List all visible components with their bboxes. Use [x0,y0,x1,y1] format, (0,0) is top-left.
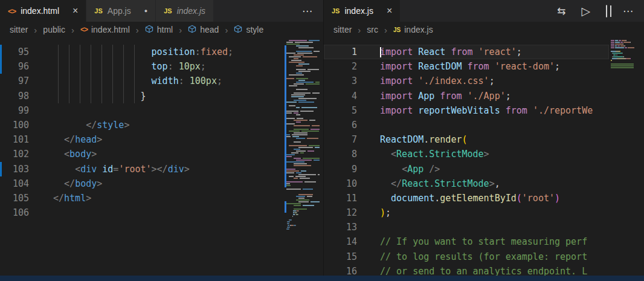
tab-index.html[interactable]: <>index.html× [0,0,86,22]
line-number: 97 [0,74,29,88]
code-token [473,47,478,57]
minimap-line [286,136,291,137]
minimap-line [286,102,297,103]
code-token: from [451,47,472,57]
breadcrumb-item-index.html[interactable]: <>index.html [80,25,130,34]
breadcrumb-item-src[interactable]: src [367,25,378,34]
minimap-line [289,56,301,57]
code-line[interactable]: 15// to log results (for example: report [324,250,609,264]
minimap-line [626,40,626,41]
code-line[interactable]: 106 [0,205,285,220]
code-line[interactable]: 6 [324,118,609,132]
code-line[interactable]: 99 [0,103,285,118]
code-line[interactable]: 3import './index.css'; [324,74,609,88]
code-line[interactable]: 105</html> [0,191,285,205]
breadcrumb-item-sitter[interactable]: sitter [333,25,352,34]
code-line[interactable]: 4import App from './App'; [324,89,609,103]
code-line[interactable]: 12); [324,205,609,220]
code-token: from [468,61,489,72]
code-token: import [380,105,413,116]
breadcrumb-item-style[interactable]: style [234,25,263,35]
code-area-left[interactable]: 95 position:fixed;96 top: 10px;97 width:… [0,45,285,220]
line-number: 10 [324,176,357,191]
code-line[interactable]: 102 <body> [0,147,285,161]
minimap-line [307,196,313,197]
tab-App.js[interactable]: JSApp.js● [86,0,156,22]
code-line[interactable]: 104 </body> [0,176,285,191]
code-line[interactable]: 97 width: 100px; [0,74,285,88]
minimap-line [298,71,311,72]
code-token: </ [86,120,97,131]
run-code-icon[interactable]: ▷ [581,5,590,17]
minimap-line [289,131,300,132]
editor-right[interactable]: 1import React from 'react';2import React… [324,37,644,281]
code-token [53,164,75,175]
minimap-line [300,152,304,153]
code-token: ; [555,61,560,72]
line-text: import App from './App'; [380,89,511,103]
close-icon[interactable]: × [72,5,78,16]
breadcrumb-item-index.js[interactable]: JSindex.js [393,25,433,34]
code-line[interactable]: 7ReactDOM.render( [324,132,609,147]
breadcrumb-label: style [246,25,263,34]
code-line[interactable]: 9 <App /> [324,162,609,176]
code-token: ; [506,91,511,102]
overview-ruler-modified [285,201,286,213]
js-icon: JS [393,27,401,33]
code-line[interactable]: 8 <React.StrictMode> [324,147,609,161]
line-text: </html> [53,191,91,205]
minimap-left[interactable] [285,37,323,281]
code-token [413,61,418,72]
code-token: './index.css' [418,76,489,86]
minimap-line [294,158,301,159]
code-token: > [86,193,91,204]
code-line[interactable]: 13 [324,220,609,234]
code-line[interactable]: 95 position:fixed; [0,45,285,59]
minimap-line [296,196,305,197]
editor-left[interactable]: 95 position:fixed;96 top: 10px;97 width:… [0,37,323,281]
breadcrumb-item-html[interactable]: html [145,25,173,35]
html-icon: <> [8,7,16,16]
split-editor-icon[interactable] [606,6,607,16]
tab-index.js[interactable]: JSindex.js [156,0,214,22]
code-line[interactable]: 2import ReactDOM from 'react-dom'; [324,59,609,74]
code-line[interactable]: 1import React from 'react'; [324,45,609,59]
modified-lines-indicator [0,45,2,74]
open-changes-icon[interactable]: ⇆ [557,6,565,16]
minimap-line [298,194,313,195]
minimap-line [294,54,304,56]
minimap-line [286,156,292,157]
breadcrumb-item-sitter[interactable]: sitter [10,25,28,34]
code-token: document [391,193,434,204]
symbol-icon [145,25,153,35]
code-line[interactable]: 96 top: 10px; [0,59,285,74]
code-line[interactable]: 5import reportWebVitals from './reportWe [324,103,609,118]
close-icon[interactable]: × [387,5,392,16]
line-number: 9 [324,162,357,176]
code-token [53,149,64,160]
tab-index.js[interactable]: JSindex.js× [324,0,401,22]
breadcrumb-item-head[interactable]: head [188,25,219,35]
code-line[interactable]: 100 </style> [0,118,285,132]
code-line[interactable]: 10 </React.StrictMode>, [324,176,609,191]
more-actions-icon[interactable]: ⋯ [302,6,312,16]
code-line[interactable]: 98 } [0,89,285,103]
more-actions-icon[interactable]: ⋯ [623,6,633,16]
minimap-line [286,118,295,119]
chevron-right-icon: › [136,25,139,35]
minimap-right[interactable] [609,37,644,281]
breadcrumb-item-public[interactable]: public [43,25,65,34]
code-area-right[interactable]: 1import React from 'react';2import React… [324,45,609,279]
code-token: import [380,76,413,86]
code-token: : [168,61,173,72]
code-line[interactable]: 11 document.getElementById('root') [324,191,609,205]
minimap-line [286,189,301,190]
minimap-line [286,111,298,112]
line-number: 8 [324,147,357,161]
code-line[interactable]: 101 </head> [0,132,285,147]
code-line[interactable]: 103 <div id='root'></div> [0,162,285,176]
code-line[interactable]: 14// If you want to start measuring perf [324,234,609,249]
line-text: </React.StrictMode>, [380,176,500,191]
chevron-right-icon: › [358,25,361,35]
line-text: <body> [53,147,97,161]
